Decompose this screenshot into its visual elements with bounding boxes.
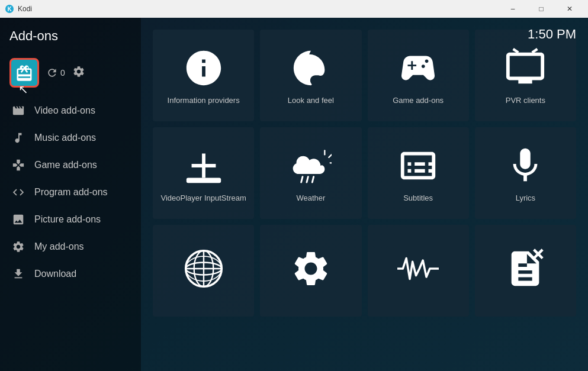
grid-item-audioviz[interactable]	[368, 225, 469, 317]
sidebar-toolbar: ↖ 0	[0, 53, 141, 97]
screensaver-icon	[505, 248, 546, 289]
sidebar-item-picture-label: Picture add-ons	[34, 214, 101, 225]
gamecontroller-icon	[397, 47, 439, 89]
grid-item-game-addons-label: Game add-ons	[393, 96, 444, 106]
globe-icon	[183, 248, 224, 289]
sidebar-item-game[interactable]: Game add-ons	[0, 151, 141, 179]
cursor-indicator: ↖	[18, 82, 28, 96]
addon-grid: Information providers Look and feel Game…	[153, 30, 576, 317]
sidebar-item-game-label: Game add-ons	[34, 160, 97, 170]
grid-item-videoplayer-label: VideoPlayer InputStream	[160, 193, 246, 204]
addon-manager-button[interactable]: ↖	[9, 58, 39, 88]
sidebar-item-myadd-label: My add-ons	[34, 241, 84, 252]
microphone-icon	[505, 145, 546, 186]
svg-line-5	[301, 177, 303, 182]
svg-line-9	[329, 154, 332, 157]
titlebar: K Kodi – □ ✕	[0, 0, 588, 18]
sidebar-item-picture[interactable]: Picture add-ons	[0, 206, 141, 233]
sidebar-item-download[interactable]: Download	[0, 260, 141, 288]
myadd-icon	[12, 240, 25, 253]
upload-tray-icon	[183, 145, 224, 186]
app-body: Add-ons ↖ 0	[0, 18, 588, 371]
grid-item-services[interactable]	[153, 225, 254, 317]
grid-item-weather-label: Weather	[296, 193, 325, 204]
waveform-icon	[397, 248, 439, 289]
addon-box-icon	[15, 64, 33, 82]
sidebar-item-program[interactable]: Program add-ons	[0, 179, 141, 206]
maximize-button[interactable]: □	[528, 0, 555, 18]
program-icon	[12, 186, 25, 199]
gamepad-icon	[12, 159, 25, 172]
settings-button[interactable]	[72, 65, 85, 81]
time-display: 1:50 PM	[528, 27, 576, 42]
grid-item-weather[interactable]: Weather	[260, 127, 361, 219]
info-icon	[183, 47, 224, 89]
svg-line-7	[312, 177, 313, 182]
download-icon	[12, 267, 25, 280]
grid-item-config[interactable]	[260, 225, 361, 317]
grid-item-screensaver[interactable]	[475, 225, 576, 317]
refresh-button[interactable]: 0	[46, 67, 65, 79]
grid-item-subtitles-label: Subtitles	[403, 193, 433, 204]
grid-item-look-feel[interactable]: Look and feel	[260, 30, 361, 121]
sidebar-item-myadd[interactable]: My add-ons	[0, 233, 141, 260]
subtitles-icon	[397, 145, 439, 186]
grid-item-videoplayer[interactable]: VideoPlayer InputStream	[153, 127, 254, 219]
sidebar-item-music[interactable]: Music add-ons	[0, 124, 141, 151]
sidebar-item-video[interactable]: Video add-ons	[0, 97, 141, 124]
sidebar-item-music-label: Music add-ons	[34, 133, 96, 143]
refresh-count: 0	[60, 68, 65, 78]
grid-item-game-addons[interactable]: Game add-ons	[368, 30, 469, 121]
config-gear-icon	[290, 248, 332, 289]
sidebar-header: Add-ons	[0, 24, 141, 53]
grid-item-subtitles[interactable]: Subtitles	[368, 127, 469, 219]
svg-line-2	[513, 49, 519, 53]
svg-text:K: K	[7, 6, 12, 12]
picture-icon	[12, 213, 25, 226]
titlebar-title: Kodi	[18, 5, 32, 13]
page-title: Add-ons	[9, 28, 58, 44]
grid-item-pvr-clients[interactable]: PVR clients	[475, 30, 576, 121]
minimize-button[interactable]: –	[499, 0, 526, 18]
sidebar-item-download-label: Download	[34, 269, 76, 279]
svg-line-6	[307, 177, 308, 182]
kodi-icon: K	[5, 4, 14, 14]
music-icon	[12, 131, 25, 144]
close-button[interactable]: ✕	[556, 0, 583, 18]
video-icon	[12, 104, 25, 117]
gear-icon	[72, 65, 85, 78]
sidebar-item-video-label: Video add-ons	[34, 105, 95, 116]
refresh-icon	[46, 67, 58, 79]
svg-rect-4	[186, 178, 220, 183]
titlebar-left: K Kodi	[5, 4, 32, 14]
grid-item-pvr-clients-label: PVR clients	[506, 96, 545, 106]
grid-item-lyrics-label: Lyrics	[516, 193, 535, 204]
svg-line-3	[532, 49, 538, 53]
grid-item-info-providers[interactable]: Information providers	[153, 30, 254, 121]
grid-item-lyrics[interactable]: Lyrics	[475, 127, 576, 219]
tv-icon	[505, 47, 546, 89]
grid-item-look-feel-label: Look and feel	[288, 96, 334, 106]
sidebar: Add-ons ↖ 0	[0, 18, 141, 371]
grid-item-info-providers-label: Information providers	[168, 96, 240, 106]
look-feel-icon	[290, 47, 332, 89]
main-content: 1:50 PM Information providers Look and f…	[141, 18, 588, 371]
titlebar-controls: – □ ✕	[499, 0, 583, 18]
weather-icon	[290, 145, 332, 186]
sidebar-item-program-label: Program add-ons	[34, 187, 108, 198]
